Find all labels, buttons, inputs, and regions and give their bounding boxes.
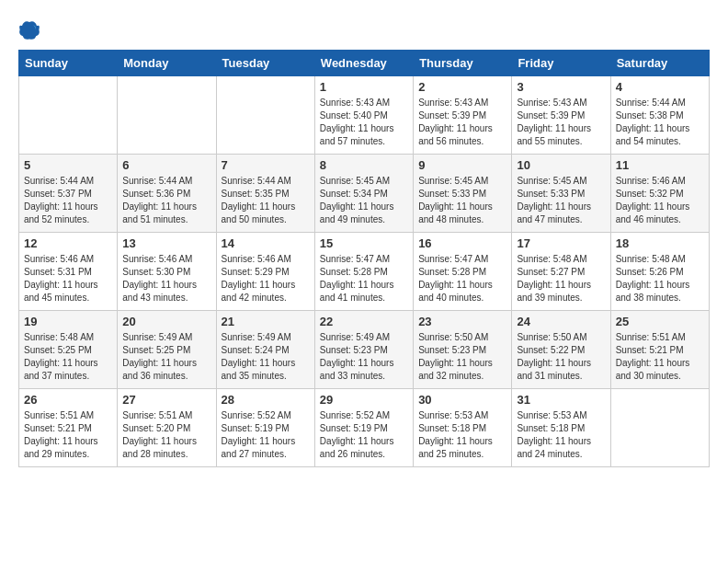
- cell-info: Sunrise: 5:44 AM Sunset: 5:35 PM Dayligh…: [222, 175, 310, 226]
- day-number: 7: [222, 158, 310, 172]
- day-number: 22: [320, 315, 408, 328]
- day-number: 6: [122, 158, 210, 172]
- day-number: 13: [122, 236, 210, 250]
- calendar-cell: 4Sunrise: 5:44 AM Sunset: 5:38 PM Daylig…: [610, 76, 709, 155]
- cell-info: Sunrise: 5:46 AM Sunset: 5:32 PM Dayligh…: [616, 175, 704, 226]
- cell-info: Sunrise: 5:50 AM Sunset: 5:23 PM Dayligh…: [418, 331, 506, 383]
- calendar-cell: 17Sunrise: 5:48 AM Sunset: 5:27 PM Dayli…: [512, 233, 610, 311]
- calendar-cell: 9Sunrise: 5:45 AM Sunset: 5:33 PM Daylig…: [414, 155, 512, 233]
- calendar-cell: 13Sunrise: 5:46 AM Sunset: 5:30 PM Dayli…: [118, 233, 216, 311]
- week-row-4: 19Sunrise: 5:48 AM Sunset: 5:25 PM Dayli…: [19, 311, 710, 389]
- calendar-cell: 29Sunrise: 5:52 AM Sunset: 5:19 PM Dayli…: [314, 389, 413, 467]
- calendar-cell: 11Sunrise: 5:46 AM Sunset: 5:32 PM Dayli…: [610, 155, 709, 233]
- cell-info: Sunrise: 5:47 AM Sunset: 5:28 PM Dayligh…: [418, 253, 506, 304]
- cell-info: Sunrise: 5:49 AM Sunset: 5:25 PM Dayligh…: [122, 331, 210, 383]
- calendar-cell: 20Sunrise: 5:49 AM Sunset: 5:25 PM Dayli…: [118, 311, 216, 389]
- calendar-cell: 26Sunrise: 5:51 AM Sunset: 5:21 PM Dayli…: [19, 389, 118, 467]
- day-number: 5: [24, 158, 112, 172]
- day-number: 12: [24, 236, 112, 250]
- calendar-cell: 25Sunrise: 5:51 AM Sunset: 5:21 PM Dayli…: [610, 311, 709, 389]
- calendar-cell: 19Sunrise: 5:48 AM Sunset: 5:25 PM Dayli…: [19, 311, 118, 389]
- calendar-cell: 8Sunrise: 5:45 AM Sunset: 5:34 PM Daylig…: [314, 155, 413, 233]
- calendar-cell: 3Sunrise: 5:43 AM Sunset: 5:39 PM Daylig…: [512, 76, 610, 155]
- cell-info: Sunrise: 5:45 AM Sunset: 5:33 PM Dayligh…: [517, 175, 605, 226]
- week-row-2: 5Sunrise: 5:44 AM Sunset: 5:37 PM Daylig…: [19, 155, 710, 233]
- calendar-cell: [610, 389, 709, 467]
- cell-info: Sunrise: 5:51 AM Sunset: 5:20 PM Dayligh…: [122, 409, 210, 461]
- cell-info: Sunrise: 5:43 AM Sunset: 5:40 PM Dayligh…: [320, 97, 408, 148]
- cell-info: Sunrise: 5:52 AM Sunset: 5:19 PM Dayligh…: [222, 409, 310, 461]
- day-header-tuesday: Tuesday: [216, 51, 314, 76]
- cell-info: Sunrise: 5:48 AM Sunset: 5:26 PM Dayligh…: [616, 253, 704, 304]
- calendar-cell: 30Sunrise: 5:53 AM Sunset: 5:18 PM Dayli…: [414, 389, 512, 467]
- cell-info: Sunrise: 5:51 AM Sunset: 5:21 PM Dayligh…: [616, 331, 704, 383]
- day-number: 28: [222, 393, 310, 407]
- calendar-cell: 21Sunrise: 5:49 AM Sunset: 5:24 PM Dayli…: [216, 311, 314, 389]
- day-number: 25: [616, 315, 704, 328]
- cell-info: Sunrise: 5:52 AM Sunset: 5:19 PM Dayligh…: [320, 409, 408, 461]
- cell-info: Sunrise: 5:50 AM Sunset: 5:22 PM Dayligh…: [517, 331, 605, 383]
- calendar-cell: 14Sunrise: 5:46 AM Sunset: 5:29 PM Dayli…: [216, 233, 314, 311]
- cell-info: Sunrise: 5:49 AM Sunset: 5:24 PM Dayligh…: [222, 331, 310, 383]
- day-number: 19: [24, 315, 112, 328]
- day-number: 2: [418, 80, 506, 94]
- day-number: 14: [222, 236, 310, 250]
- calendar-cell: 18Sunrise: 5:48 AM Sunset: 5:26 PM Dayli…: [610, 233, 709, 311]
- day-number: 11: [616, 158, 704, 172]
- day-number: 24: [517, 315, 605, 328]
- logo-icon: [18, 18, 40, 40]
- day-number: 9: [418, 158, 506, 172]
- day-header-friday: Friday: [512, 51, 610, 76]
- calendar-cell: 7Sunrise: 5:44 AM Sunset: 5:35 PM Daylig…: [216, 155, 314, 233]
- day-number: 31: [517, 393, 605, 407]
- cell-info: Sunrise: 5:53 AM Sunset: 5:18 PM Dayligh…: [418, 409, 506, 461]
- cell-info: Sunrise: 5:53 AM Sunset: 5:18 PM Dayligh…: [517, 409, 605, 461]
- cell-info: Sunrise: 5:43 AM Sunset: 5:39 PM Dayligh…: [517, 97, 605, 148]
- day-number: 1: [320, 80, 408, 94]
- calendar-cell: 15Sunrise: 5:47 AM Sunset: 5:28 PM Dayli…: [314, 233, 413, 311]
- header: [18, 18, 710, 40]
- cell-info: Sunrise: 5:48 AM Sunset: 5:27 PM Dayligh…: [517, 253, 605, 304]
- cell-info: Sunrise: 5:44 AM Sunset: 5:38 PM Dayligh…: [616, 97, 704, 148]
- cell-info: Sunrise: 5:46 AM Sunset: 5:31 PM Dayligh…: [24, 253, 112, 304]
- calendar-cell: 5Sunrise: 5:44 AM Sunset: 5:37 PM Daylig…: [19, 155, 118, 233]
- cell-info: Sunrise: 5:46 AM Sunset: 5:30 PM Dayligh…: [122, 253, 210, 304]
- cell-info: Sunrise: 5:45 AM Sunset: 5:34 PM Dayligh…: [320, 175, 408, 226]
- calendar-cell: 10Sunrise: 5:45 AM Sunset: 5:33 PM Dayli…: [512, 155, 610, 233]
- calendar-cell: 2Sunrise: 5:43 AM Sunset: 5:39 PM Daylig…: [414, 76, 512, 155]
- cell-info: Sunrise: 5:45 AM Sunset: 5:33 PM Dayligh…: [418, 175, 506, 226]
- day-number: 26: [24, 393, 112, 407]
- week-row-1: 1Sunrise: 5:43 AM Sunset: 5:40 PM Daylig…: [19, 76, 710, 155]
- day-number: 29: [320, 393, 408, 407]
- day-header-wednesday: Wednesday: [314, 51, 413, 76]
- day-number: 17: [517, 236, 605, 250]
- calendar-cell: 27Sunrise: 5:51 AM Sunset: 5:20 PM Dayli…: [118, 389, 216, 467]
- calendar-cell: [118, 76, 216, 155]
- day-number: 20: [122, 315, 210, 328]
- calendar-table: SundayMondayTuesdayWednesdayThursdayFrid…: [18, 50, 710, 467]
- calendar-cell: 24Sunrise: 5:50 AM Sunset: 5:22 PM Dayli…: [512, 311, 610, 389]
- day-header-monday: Monday: [118, 51, 216, 76]
- calendar-cell: 22Sunrise: 5:49 AM Sunset: 5:23 PM Dayli…: [314, 311, 413, 389]
- day-header-saturday: Saturday: [610, 51, 709, 76]
- day-number: 3: [517, 80, 605, 94]
- day-number: 15: [320, 236, 408, 250]
- day-number: 10: [517, 158, 605, 172]
- calendar-cell: [19, 76, 118, 155]
- calendar-cell: 6Sunrise: 5:44 AM Sunset: 5:36 PM Daylig…: [118, 155, 216, 233]
- calendar-cell: 28Sunrise: 5:52 AM Sunset: 5:19 PM Dayli…: [216, 389, 314, 467]
- cell-info: Sunrise: 5:44 AM Sunset: 5:37 PM Dayligh…: [24, 175, 112, 226]
- day-number: 23: [418, 315, 506, 328]
- calendar-cell: 31Sunrise: 5:53 AM Sunset: 5:18 PM Dayli…: [512, 389, 610, 467]
- day-number: 30: [418, 393, 506, 407]
- day-header-thursday: Thursday: [414, 51, 512, 76]
- calendar-cell: 23Sunrise: 5:50 AM Sunset: 5:23 PM Dayli…: [414, 311, 512, 389]
- logo: [18, 18, 44, 40]
- day-number: 8: [320, 158, 408, 172]
- calendar-cell: 16Sunrise: 5:47 AM Sunset: 5:28 PM Dayli…: [414, 233, 512, 311]
- cell-info: Sunrise: 5:46 AM Sunset: 5:29 PM Dayligh…: [222, 253, 310, 304]
- cell-info: Sunrise: 5:48 AM Sunset: 5:25 PM Dayligh…: [24, 331, 112, 383]
- cell-info: Sunrise: 5:44 AM Sunset: 5:36 PM Dayligh…: [122, 175, 210, 226]
- day-number: 4: [616, 80, 704, 94]
- day-number: 18: [616, 236, 704, 250]
